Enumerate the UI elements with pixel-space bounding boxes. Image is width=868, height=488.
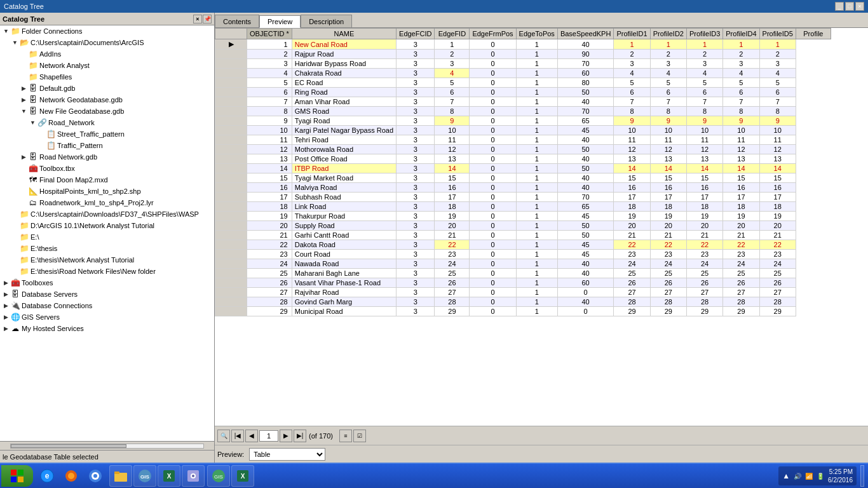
taskbar-app-chrome[interactable] (84, 465, 107, 487)
table-row[interactable]: 7Aman Vihar Road37014077777 (215, 97, 831, 107)
tree-item-hospital-points[interactable]: 📐HospitalPoints_kml_to_shp2.shp (0, 186, 214, 197)
col-header-3[interactable]: EdgeFID (435, 29, 470, 39)
clock[interactable]: 5:25 PM 6/2/2016 (828, 468, 853, 484)
selected-records-btn[interactable]: ☑ (353, 430, 366, 442)
page-input[interactable]: 1 (259, 430, 278, 442)
table-row[interactable]: 21Garhi Cantt Road32101502121212121 (215, 231, 831, 240)
table-row[interactable]: 13Post Office Road31301401313131313 (215, 154, 831, 164)
taskbar-pin-arcgis[interactable]: GIS (133, 465, 156, 487)
zoom-btn[interactable]: 🔍 (217, 430, 230, 442)
col-header-1[interactable]: NAME (292, 29, 396, 39)
table-row[interactable]: 15Tyagi Market Road31501401515151515 (215, 173, 831, 183)
catalog-tree[interactable]: ▼📁Folder Connections▼📂C:\Users\captain\D… (0, 25, 214, 441)
tree-item-e-drive[interactable]: 📁E:\ (0, 231, 214, 243)
table-row[interactable]: 24Nawada Road32401402424242424 (215, 259, 831, 269)
table-row[interactable]: 25Maharani Bagh Lane32501402525252525 (215, 269, 831, 278)
panel-close-btn[interactable]: × (193, 15, 202, 24)
panel-pin-btn[interactable]: 📌 (203, 15, 212, 24)
tree-item-shapefiles[interactable]: 📁Shapefiles (0, 71, 214, 83)
table-row[interactable]: 14ITBP Road31401501414141414 (215, 164, 831, 173)
minimize-button[interactable]: _ (835, 2, 844, 11)
tree-item-database-connections[interactable]: ▶🔌Database Connections (0, 300, 214, 311)
table-row[interactable]: 18Link Road31801651818181818 (215, 202, 831, 212)
tree-item-new-file-gdb[interactable]: ▼🗄New File Geodatabase.gdb (0, 105, 214, 117)
preview-select[interactable]: Table (249, 448, 325, 461)
table-row[interactable]: ▶1New Canal Road31014011111 (215, 39, 831, 50)
close-button[interactable]: × (855, 2, 864, 11)
table-row[interactable]: 3Haridwar Bypass Road33017033333 (215, 59, 831, 69)
tree-item-e-thesis[interactable]: 📁E:\thesis (0, 243, 214, 254)
col-header-6[interactable]: BaseSpeedKPH (557, 29, 614, 39)
col-header-2[interactable]: EdgeFCID (397, 29, 435, 39)
tree-item-e-thesis-na[interactable]: 📁E:\thesis\Network Analyst Tutorial (0, 254, 214, 266)
taskbar-pin-explorer[interactable] (109, 465, 132, 487)
show-desktop-button[interactable] (860, 465, 864, 487)
tree-item-addins[interactable]: 📁AddIns (0, 48, 214, 60)
tree-item-network-analyst[interactable]: 📁Network Analyst (0, 60, 214, 71)
table-row[interactable]: 22Dakota Road32201452222222222 (215, 240, 831, 250)
tab-preview[interactable]: Preview (259, 15, 301, 28)
tree-item-road-network-gdb[interactable]: ▶🗄Road Network.gdb (0, 151, 214, 163)
col-header-4[interactable]: EdgeFrmPos (470, 29, 516, 39)
taskbar-pin-excel2[interactable]: X (231, 465, 254, 487)
tab-description[interactable]: Description (301, 15, 352, 27)
col-header-9[interactable]: ProfileID3 (686, 29, 722, 39)
tree-item-hosted-services[interactable]: ▶☁My Hosted Services (0, 323, 214, 334)
col-header-11[interactable]: ProfileID5 (759, 29, 796, 39)
table-row[interactable]: 20Supply Road32001502020202020 (215, 221, 831, 231)
table-row[interactable]: 17Subhash Road31701701717171717 (215, 193, 831, 202)
tree-item-arcgis-folder[interactable]: ▼📂C:\Users\captain\Documents\ArcGIS (0, 37, 214, 48)
table-row[interactable]: 19Thakurpur Road31901451919191919 (215, 212, 831, 221)
tree-item-default-gdb[interactable]: ▶🗄Default.gdb (0, 83, 214, 94)
table-row[interactable]: 11Tehri Road31101401111111111 (215, 135, 831, 145)
tree-item-wasp-folder[interactable]: 📁C:\Users\captain\Downloads\FD37_4\SHPFi… (0, 208, 214, 220)
col-header-5[interactable]: EdgeToPos (516, 29, 557, 39)
table-row[interactable]: 6Ring Road36015066666 (215, 88, 831, 97)
view-records-btn[interactable]: ≡ (339, 430, 352, 442)
first-page-btn[interactable]: |◀ (231, 430, 244, 442)
col-header-8[interactable]: ProfileID2 (650, 29, 686, 39)
tree-item-toolboxes[interactable]: ▶🧰Toolboxes (0, 277, 214, 288)
taskbar-app-ie[interactable]: e (36, 465, 58, 487)
table-row[interactable]: 16Malviya Road31601401616161616 (215, 183, 831, 193)
tree-horizontal-scrollbar[interactable] (0, 441, 214, 450)
table-row[interactable]: 10Kargi Patel Nagar Bypass Road310014510… (215, 126, 831, 135)
col-header-7[interactable]: ProfileID1 (614, 29, 650, 39)
taskbar-pin-arcgis2[interactable]: GIS (207, 465, 230, 487)
tree-item-street-traffic[interactable]: 📋Street_Traffic_pattern (0, 128, 214, 140)
table-row[interactable]: 23Court Road32301452323232323 (215, 250, 831, 259)
prev-page-btn[interactable]: ◀ (245, 430, 258, 442)
tree-item-database-servers[interactable]: ▶🗄Database Servers (0, 288, 214, 300)
tree-item-road-network[interactable]: ▼🔗Road_Network (0, 117, 214, 128)
table-row[interactable]: 29Municipal Road3290102929292929 (215, 307, 831, 316)
start-button[interactable] (1, 465, 33, 487)
col-header-12[interactable]: Profile (796, 29, 831, 39)
next-page-btn[interactable]: ▶ (280, 430, 292, 442)
table-row[interactable]: 5EC Road35018055555 (215, 78, 831, 88)
table-row[interactable]: 9Tyagi Road39016599999 (215, 116, 831, 126)
table-row[interactable]: 4Chakrata Road34016044444 (215, 69, 831, 78)
tree-item-final-doon-map[interactable]: 🗺Final Doon Map2.mxd (0, 174, 214, 186)
table-container[interactable]: OBJECTID *NAMEEdgeFCIDEdgeFIDEdgeFrmPosE… (215, 28, 868, 426)
table-row[interactable]: 2Rajpur Road32019022222 (215, 50, 831, 59)
tree-item-road-network-kml[interactable]: 🗂Roadnetwork_kml_to_shp4_Proj2.lyr (0, 197, 214, 208)
last-page-btn[interactable]: ▶| (294, 430, 306, 442)
taskbar-pin-paint[interactable] (182, 465, 205, 487)
tree-item-network-gdb[interactable]: ▶🗄Network Geodatabase.gdb (0, 94, 214, 105)
table-row[interactable]: 12Mothorowala Road31201501212121212 (215, 145, 831, 154)
tree-item-toolbox[interactable]: 🧰Toolbox.tbx (0, 163, 214, 174)
taskbar-app-firefox[interactable] (60, 465, 83, 487)
tree-item-traffic-pattern[interactable]: 📋Traffic_Pattern (0, 140, 214, 151)
table-row[interactable]: 27Rajvihar Road3270102727272727 (215, 288, 831, 297)
tree-item-gis-servers[interactable]: ▶🌐GIS Servers (0, 311, 214, 323)
table-row[interactable]: 26Vasant Vihar Phase-1 Road3260160262626… (215, 278, 831, 288)
tree-item-folder-connections[interactable]: ▼📁Folder Connections (0, 25, 214, 37)
table-row[interactable]: 28Govind Garh Marg32801402828282828 (215, 297, 831, 307)
tree-item-e-thesis-road[interactable]: 📁E:\thesis\Road Network Files\New folder (0, 266, 214, 277)
tree-item-arcgis-101[interactable]: 📁D:\ArcGIS 10.1\Network Analyst Tutorial (0, 220, 214, 231)
col-header-10[interactable]: ProfileID4 (723, 29, 759, 39)
maximize-button[interactable]: □ (845, 2, 854, 11)
table-row[interactable]: 8GMS Road38017088888 (215, 107, 831, 116)
taskbar-pin-excel[interactable]: X (158, 465, 180, 487)
tab-contents[interactable]: Contents (215, 15, 259, 27)
